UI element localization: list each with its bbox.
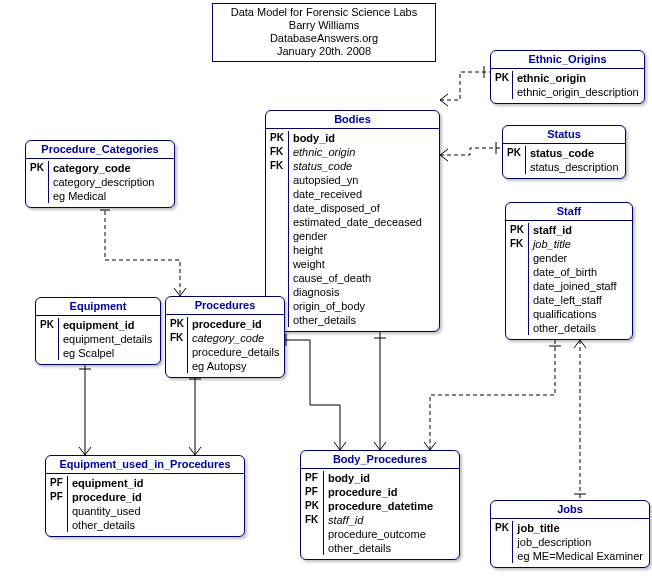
- attribute-cell: job_title: [517, 521, 643, 535]
- key-cell: PK: [507, 146, 521, 160]
- attribute-cell: status_code: [293, 159, 422, 173]
- attribute-cell: diagnosis: [293, 285, 422, 299]
- key-cell: [510, 279, 524, 293]
- attribute-cell: eg Medical: [53, 189, 155, 203]
- key-cell: [40, 346, 54, 360]
- attribute-cell: job_title: [533, 237, 617, 251]
- key-cell: [270, 215, 284, 229]
- key-cell: [495, 549, 508, 563]
- attribute-cell: quantity_used: [72, 504, 144, 518]
- key-cell: [510, 307, 524, 321]
- key-cell: PK: [305, 499, 319, 513]
- key-column: PK: [40, 318, 59, 360]
- attribute-column: body_idprocedure_idprocedure_datetimesta…: [328, 471, 433, 555]
- entity-title: Bodies: [266, 111, 439, 129]
- attribute-cell: status_code: [530, 146, 619, 160]
- entity-title: Staff: [506, 203, 632, 221]
- entity-bodies: Bodies PKFKFK body_idethnic_originstatus…: [265, 110, 440, 332]
- attribute-cell: autopsied_yn: [293, 173, 422, 187]
- key-cell: [270, 243, 284, 257]
- key-column: PK: [30, 161, 49, 203]
- entity-procedures: Procedures PKFK procedure_idcategory_cod…: [165, 296, 285, 378]
- attribute-cell: procedure_id: [328, 485, 433, 499]
- entity-ethnic-origins: Ethnic_Origins PK ethnic_originethnic_or…: [490, 50, 645, 104]
- attribute-cell: category_code: [53, 161, 155, 175]
- attribute-cell: estimated_date_deceased: [293, 215, 422, 229]
- title-line-1: Data Model for Forensic Science Labs: [221, 6, 427, 19]
- attribute-cell: procedure_datetime: [328, 499, 433, 513]
- key-cell: [305, 541, 319, 555]
- key-column: PK: [495, 521, 513, 563]
- key-cell: PF: [305, 485, 319, 499]
- attribute-column: staff_idjob_titlegenderdate_of_birthdate…: [533, 223, 617, 335]
- key-cell: [50, 504, 63, 518]
- attribute-cell: other_details: [293, 313, 422, 327]
- attribute-cell: cause_of_death: [293, 271, 422, 285]
- key-cell: [510, 293, 524, 307]
- attribute-cell: origin_of_body: [293, 299, 422, 313]
- attribute-column: procedure_idcategory_codeprocedure_detai…: [192, 317, 279, 373]
- title-line-4: January 20th. 2008: [221, 45, 427, 58]
- attribute-cell: staff_id: [533, 223, 617, 237]
- entity-title: Procedures: [166, 297, 284, 315]
- attribute-cell: category_description: [53, 175, 155, 189]
- attribute-cell: qualifications: [533, 307, 617, 321]
- attribute-column: equipment_idprocedure_idquantity_usedoth…: [72, 476, 144, 532]
- key-cell: [270, 257, 284, 271]
- key-cell: FK: [270, 145, 284, 159]
- key-cell: [270, 173, 284, 187]
- attribute-cell: equipment_id: [72, 476, 144, 490]
- key-cell: [305, 527, 319, 541]
- key-cell: [495, 85, 508, 99]
- attribute-cell: other_details: [533, 321, 617, 335]
- entity-jobs: Jobs PK job_titlejob_descriptioneg ME=Me…: [490, 500, 650, 568]
- attribute-cell: procedure_details: [192, 345, 279, 359]
- key-cell: FK: [270, 159, 284, 173]
- key-cell: [170, 359, 183, 373]
- key-cell: [270, 187, 284, 201]
- key-cell: FK: [305, 513, 319, 527]
- key-cell: [50, 518, 63, 532]
- title-line-2: Barry Williams: [221, 19, 427, 32]
- entity-staff: Staff PKFK staff_idjob_titlegenderdate_o…: [505, 202, 633, 340]
- attribute-cell: equipment_id: [63, 318, 152, 332]
- attribute-cell: other_details: [72, 518, 144, 532]
- attribute-cell: body_id: [293, 131, 422, 145]
- entity-body-procedures: Body_Procedures PFPFPKFK body_idprocedur…: [300, 450, 460, 560]
- attribute-cell: eg ME=Medical Examiner: [517, 549, 643, 563]
- attribute-column: job_titlejob_descriptioneg ME=Medical Ex…: [517, 521, 643, 563]
- attribute-cell: status_description: [530, 160, 619, 174]
- attribute-cell: staff_id: [328, 513, 433, 527]
- attribute-cell: weight: [293, 257, 422, 271]
- key-column: PFPFPKFK: [305, 471, 324, 555]
- key-cell: [270, 271, 284, 285]
- key-cell: PF: [305, 471, 319, 485]
- attribute-cell: equipment_details: [63, 332, 152, 346]
- key-cell: PK: [495, 71, 508, 85]
- key-cell: PK: [270, 131, 284, 145]
- key-cell: FK: [510, 237, 524, 251]
- key-cell: PF: [50, 490, 63, 504]
- attribute-column: category_codecategory_descriptioneg Medi…: [53, 161, 155, 203]
- key-cell: PK: [510, 223, 524, 237]
- key-cell: [495, 535, 508, 549]
- entity-title: Procedure_Categories: [26, 141, 174, 159]
- key-cell: [510, 321, 524, 335]
- key-column: PKFK: [170, 317, 188, 373]
- attribute-cell: height: [293, 243, 422, 257]
- key-cell: PK: [40, 318, 54, 332]
- entity-title: Jobs: [491, 501, 649, 519]
- key-cell: [507, 160, 521, 174]
- attribute-column: status_codestatus_description: [530, 146, 619, 174]
- key-cell: [30, 189, 44, 203]
- entity-equipment-used: Equipment_used_in_Procedures PFPF equipm…: [45, 455, 245, 537]
- key-cell: [510, 265, 524, 279]
- attribute-cell: procedure_outcome: [328, 527, 433, 541]
- key-cell: [510, 251, 524, 265]
- attribute-cell: date_left_staff: [533, 293, 617, 307]
- key-cell: [40, 332, 54, 346]
- entity-procedure-categories: Procedure_Categories PK category_codecat…: [25, 140, 175, 208]
- attribute-cell: date_of_birth: [533, 265, 617, 279]
- key-cell: PF: [50, 476, 63, 490]
- key-cell: PK: [30, 161, 44, 175]
